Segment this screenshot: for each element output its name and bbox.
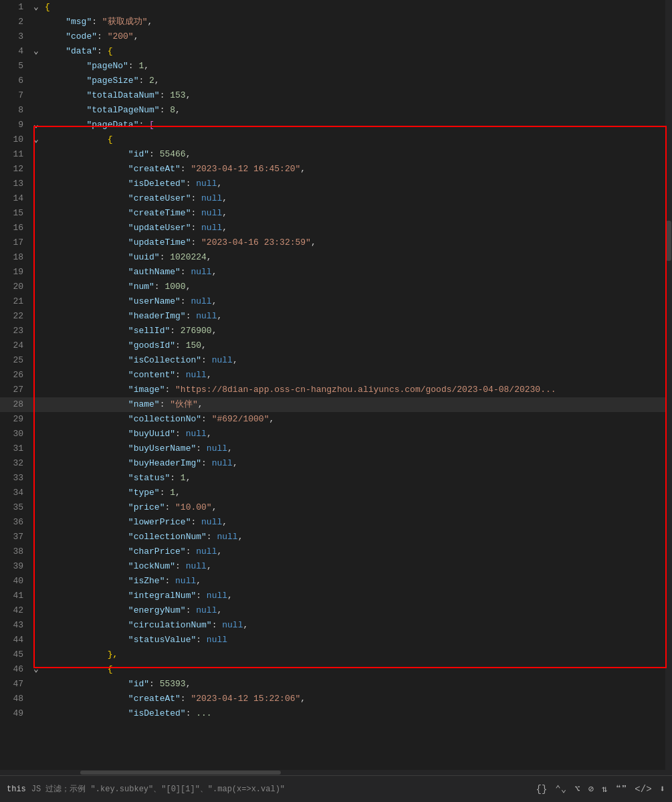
table-row: 44 "statusValue": null <box>0 633 672 647</box>
punct-token: : <box>186 708 197 718</box>
punct-token: , <box>233 458 238 468</box>
null-val-token: null <box>191 296 211 306</box>
vertical-scrollbar[interactable] <box>665 0 672 770</box>
bottom-toolbar: this JS 过滤；示例 ".key.subkey"、"[0][1]"、".m… <box>0 775 672 802</box>
line-number: 10 <box>0 132 30 147</box>
line-content: "pageData": [ <box>42 118 672 132</box>
punct-token: , <box>212 502 217 512</box>
line-number: 39 <box>0 559 30 574</box>
line-content: { <box>42 662 672 677</box>
punct-token: , <box>196 576 201 586</box>
braces-icon[interactable]: {} <box>536 784 548 795</box>
line-content: "buyUserName": null, <box>42 441 672 456</box>
line-content: "integralNum": null, <box>42 589 672 603</box>
toggle-button <box>30 250 42 265</box>
code-lines[interactable]: 1⌄{2 "msg": "获取成功",3 "code": "200",4⌄ "d… <box>0 0 672 770</box>
punct-token: , <box>207 429 212 439</box>
download-icon[interactable]: ⬇ <box>660 783 665 795</box>
key-token: "buyHeaderImg" <box>128 458 201 468</box>
toggle-button[interactable]: ⌄ <box>30 44 42 59</box>
key-token: "msg" <box>66 17 92 27</box>
horizontal-scrollbar[interactable] <box>0 770 672 775</box>
toggle-button[interactable]: ⌄ <box>30 132 42 147</box>
line-number: 21 <box>0 294 30 309</box>
expand-icon[interactable]: ⌃⌄ <box>555 783 566 795</box>
filter-icon[interactable]: ⊘ <box>588 783 594 795</box>
line-number: 15 <box>0 206 30 221</box>
null-val-token: null <box>196 546 217 557</box>
copy-icon[interactable]: ⌥ <box>574 783 580 795</box>
table-row: 41 "integralNum": null, <box>0 589 672 603</box>
punct-token: : <box>164 502 175 512</box>
line-content: }, <box>42 647 672 662</box>
table-row: 6 "pageSize": 2, <box>0 74 672 88</box>
format-icon[interactable]: ⇅ <box>602 783 607 795</box>
scrollbar-thumb[interactable] <box>666 221 671 261</box>
null-val-token: null <box>201 517 222 527</box>
punct-token: : <box>149 149 160 159</box>
key-token: "isZhe" <box>128 576 165 586</box>
table-row: 32 "buyHeaderImg": null, <box>0 456 672 471</box>
table-row: 15 "createTime": null, <box>0 206 672 221</box>
line-content: "pageNo": 1, <box>42 59 672 74</box>
line-number: 34 <box>0 486 30 500</box>
str-token: "伙伴" <box>170 399 198 409</box>
punct-token: : <box>160 90 171 100</box>
line-number: 4 <box>0 44 30 59</box>
toggle-button <box>30 427 42 441</box>
toggle-button[interactable]: ⌄ <box>30 0 42 15</box>
line-content: "createAt": "2023-04-12 15:22:06", <box>42 692 672 706</box>
null-val-token: null <box>186 370 207 380</box>
line-number: 27 <box>0 383 30 397</box>
table-row: 35 "price": "10.00", <box>0 500 672 515</box>
toggle-button <box>30 206 42 221</box>
line-number: 14 <box>0 191 30 206</box>
key-token: "updateTime" <box>128 237 191 247</box>
key-token: "createTime" <box>128 208 191 218</box>
punct-token: , <box>227 443 233 454</box>
punct-token: , <box>186 90 191 100</box>
code-icon[interactable]: </> <box>635 784 651 795</box>
toggle-button <box>30 677 42 692</box>
punct-token: , <box>175 105 181 115</box>
str-token: "2023-04-12 16:45:20" <box>191 164 300 174</box>
punct-token: , <box>217 605 222 615</box>
table-row: 19 "authName": null, <box>0 265 672 280</box>
toggle-button <box>30 177 42 191</box>
line-content: "price": "10.00", <box>42 500 672 515</box>
quote-icon[interactable]: ❝❞ <box>615 783 627 795</box>
table-row: 40 "isZhe": null, <box>0 574 672 589</box>
line-number: 36 <box>0 515 30 530</box>
punct-token: : <box>170 473 181 483</box>
toggle-button[interactable]: ⌄ <box>30 118 42 132</box>
punct-token: : <box>149 679 160 689</box>
punct-token: , <box>175 488 181 498</box>
line-number: 12 <box>0 162 30 177</box>
null-val-token: null <box>207 591 227 601</box>
table-row: 38 "charPrice": null, <box>0 544 672 559</box>
null-val-token: null <box>175 576 196 586</box>
key-token: "name" <box>128 399 160 409</box>
line-content: "sellId": 276900, <box>42 324 672 338</box>
line-content: "totalDataNum": 153, <box>42 88 672 103</box>
key-token: "content" <box>128 370 175 380</box>
key-token: "status" <box>128 473 170 483</box>
h-scrollbar-thumb[interactable] <box>80 771 281 775</box>
toggle-button <box>30 191 42 206</box>
null-val-token: null <box>186 429 207 439</box>
toggle-button <box>30 471 42 486</box>
toggle-button <box>30 486 42 500</box>
table-row: 37 "collectionNum": null, <box>0 530 672 544</box>
line-number: 47 <box>0 677 30 692</box>
punct-token: , <box>300 694 306 704</box>
line-number: 22 <box>0 309 30 324</box>
key-token: "totalPageNum" <box>86 105 159 115</box>
line-number: 17 <box>0 235 30 250</box>
punct-token: : <box>97 31 108 41</box>
line-number: 19 <box>0 265 30 280</box>
line-content: "createUser": null, <box>42 191 672 206</box>
num-token: 153 <box>170 90 185 100</box>
toggle-button[interactable]: ⌄ <box>30 662 42 677</box>
punct-token: : <box>201 458 212 468</box>
line-number: 41 <box>0 589 30 603</box>
